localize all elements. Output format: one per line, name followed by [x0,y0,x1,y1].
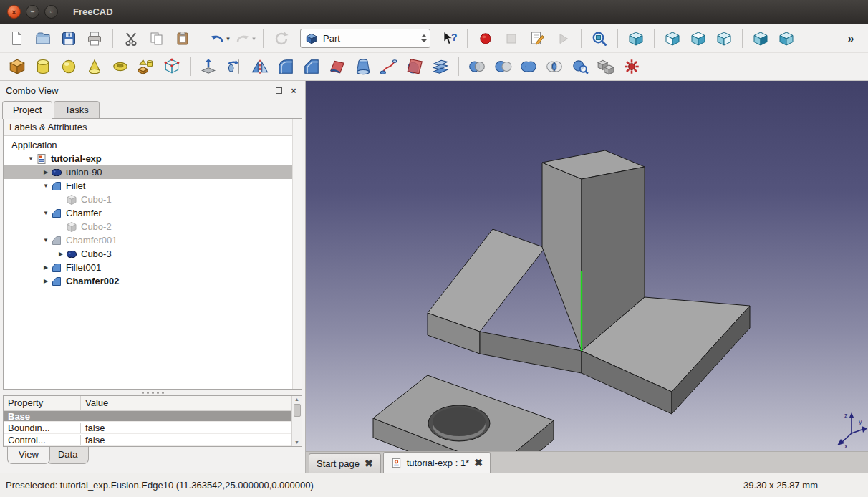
tree-item-chamfer001[interactable]: ▼Chamfer001 [4,233,302,247]
tree-scrollbar[interactable] [292,119,302,389]
view-axonometric-button[interactable] [625,27,647,50]
create-primitives-button[interactable] [135,55,158,78]
tab-close-icon[interactable]: ✖ [365,458,373,469]
window-minimize-button[interactable]: – [26,5,39,19]
scroll-down-icon[interactable]: ▼ [294,439,299,446]
property-scrollbar[interactable]: ▲ ▼ [291,396,302,446]
tree-item-label: Application [9,140,57,150]
tab-tasks[interactable]: Tasks [54,101,99,119]
window-close-button[interactable]: × [7,5,21,19]
panel-close-button[interactable]: × [288,85,299,97]
part-toolbar [0,53,868,81]
property-row-base[interactable]: Base [4,411,302,422]
undo-button[interactable]: ▾ [208,27,231,50]
copy-button[interactable] [145,27,168,50]
view-right-button[interactable] [713,27,736,50]
document-tab-start-page[interactable]: Start page✖ [309,453,381,473]
section-button[interactable] [403,55,426,78]
workbench-dropdown-arrows[interactable] [418,29,430,47]
boolean-button[interactable] [466,55,488,78]
save-document-button[interactable] [57,27,80,50]
panel-float-button[interactable] [273,85,284,97]
cylinder-button[interactable] [32,55,54,78]
revolve-button[interactable] [223,55,246,78]
property-row-control[interactable]: Control...false [4,434,302,446]
defeaturing-button[interactable] [620,55,643,78]
tree-item-union-90[interactable]: ▶union-90 [4,165,302,179]
cut-boolean-button[interactable] [491,55,514,78]
tab-project[interactable]: Project [2,101,52,119]
document-tab-tutorial-exp-1[interactable]: tutorial-exp : 1*✖ [383,452,491,473]
torus-button[interactable] [109,55,132,78]
undo-icon [208,30,226,47]
undo-dropdown-arrow-icon[interactable]: ▾ [226,35,230,42]
box-button[interactable] [6,55,29,78]
property-editor: Property Value BaseBoundin...falseContro… [3,395,302,447]
tree-item-label: Chamfer [64,208,102,218]
make-compound-button[interactable] [594,55,617,78]
macro-record-button[interactable] [474,27,497,50]
tree-item-cubo-3[interactable]: ▶Cubo-3 [4,247,302,261]
expander-open-icon[interactable]: ▼ [41,210,51,216]
open-document-button[interactable] [32,27,54,50]
loft-button[interactable] [352,55,375,78]
view-fit-all-button[interactable] [588,27,611,50]
view-left-button[interactable] [775,27,798,50]
paste-button[interactable] [171,27,194,50]
view-rear-button[interactable] [749,27,772,50]
union-button[interactable] [517,55,540,78]
tree-item-tutorial-exp[interactable]: ▼tutorial-exp [4,152,302,165]
sphere-button[interactable] [57,55,80,78]
ruled-surface-button[interactable] [326,55,349,78]
expander-open-icon[interactable]: ▼ [41,183,51,189]
sweep-button[interactable] [377,55,400,78]
mirror-button[interactable] [249,55,271,78]
workbench-selector[interactable]: Part [300,29,430,48]
view-top-button[interactable] [687,27,710,50]
tree-item-cubo-1[interactable]: Cubo-1 [4,193,302,206]
tree-item-fillet[interactable]: ▼Fillet [4,179,302,193]
fillet-button[interactable] [274,55,297,78]
scrollbar-thumb[interactable] [294,404,301,417]
refresh-button[interactable] [270,27,293,50]
expander-closed-icon[interactable]: ▶ [41,264,51,271]
shape-builder-button[interactable] [160,55,183,78]
cross-sections-button[interactable] [429,55,452,78]
expander-open-icon[interactable]: ▼ [26,155,36,162]
panel-splitter[interactable] [0,390,305,395]
redo-button[interactable]: ▾ [233,27,256,50]
macro-play-button[interactable] [551,27,574,50]
chamfer-button[interactable] [300,55,323,78]
tab-label: Start page [317,458,360,469]
tab-view[interactable]: View [7,447,50,464]
tree-item-chamfer002[interactable]: ▶Chamfer002 [4,274,302,288]
print-button[interactable] [83,27,106,50]
view-front-button[interactable] [661,27,684,50]
macro-edit-button[interactable] [526,27,549,50]
3d-viewport[interactable]: z y x [306,81,868,451]
intersection-button[interactable] [543,55,566,78]
property-row-boundin[interactable]: Boundin...false [4,422,302,434]
extrude-button[interactable] [197,55,220,78]
tree-item-chamfer[interactable]: ▼Chamfer [4,206,302,220]
scroll-up-icon[interactable]: ▲ [294,396,299,403]
check-geometry-button[interactable] [569,55,592,78]
whats-this-button[interactable]: ? [438,27,460,50]
model-tree[interactable]: Application ▼tutorial-exp▶union-90▼Fille… [4,136,302,389]
new-document-button[interactable] [6,27,29,50]
expander-open-icon[interactable]: ▼ [41,237,51,243]
expander-closed-icon[interactable]: ▶ [56,251,66,257]
tab-close-icon[interactable]: ✖ [474,457,483,468]
cut-button[interactable] [120,27,143,50]
expander-closed-icon[interactable]: ▶ [41,278,51,284]
cone-button[interactable] [83,55,106,78]
expander-closed-icon[interactable]: ▶ [41,169,51,175]
window-maximize-button[interactable]: ▫ [44,5,58,19]
redo-dropdown-arrow-icon[interactable]: ▾ [252,35,256,42]
tree-item-application[interactable]: Application [4,138,302,152]
tree-item-cubo-2[interactable]: Cubo-2 [4,220,302,233]
macro-stop-button[interactable] [500,27,523,50]
tab-data[interactable]: Data [47,447,89,464]
toolbar-overflow[interactable]: » [839,27,862,50]
tree-item-fillet001[interactable]: ▶Fillet001 [4,261,302,274]
